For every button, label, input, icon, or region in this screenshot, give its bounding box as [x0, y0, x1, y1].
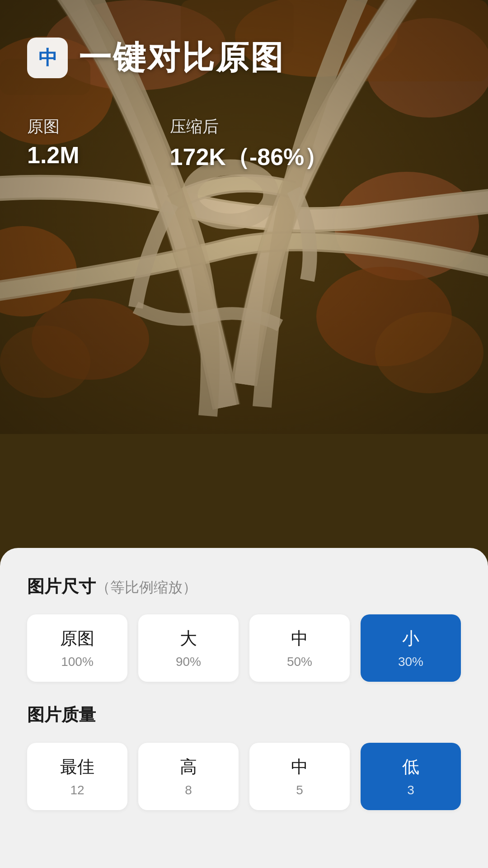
size-opt-value: 100% — [61, 655, 94, 669]
quality-option-高[interactable]: 高8 — [138, 743, 239, 810]
size-options-grid: 原图100%大90%中50%小30% — [27, 614, 461, 682]
original-value: 1.2M — [27, 142, 80, 169]
quality-opt-value: 3 — [407, 783, 414, 797]
quality-opt-value: 12 — [70, 783, 84, 797]
size-opt-label: 小 — [402, 627, 419, 650]
quality-opt-label: 低 — [402, 755, 419, 778]
bottom-panel: 图片尺寸（等比例缩放） 原图100%大90%中50%小30% 图片质量 最佳12… — [0, 548, 488, 868]
size-opt-label: 中 — [291, 627, 308, 650]
size-option-大[interactable]: 大90% — [138, 614, 239, 682]
size-option-中[interactable]: 中50% — [249, 614, 350, 682]
original-label: 原图 — [27, 116, 80, 138]
size-opt-label: 原图 — [60, 627, 94, 650]
app-icon-text: 中 — [38, 45, 56, 71]
app-icon: 中 — [27, 38, 68, 78]
quality-opt-label: 最佳 — [60, 755, 94, 778]
quality-option-最佳[interactable]: 最佳12 — [27, 743, 127, 810]
quality-option-中[interactable]: 中5 — [249, 743, 350, 810]
quality-option-低[interactable]: 低3 — [361, 743, 461, 810]
size-option-原图[interactable]: 原图100% — [27, 614, 127, 682]
quality-section-header: 图片质量 — [27, 703, 461, 726]
size-opt-value: 90% — [176, 655, 201, 669]
size-section-subtitle: （等比例缩放） — [96, 579, 197, 595]
compressed-stat: 压缩后 172K（-86%） — [170, 116, 328, 173]
size-section-title: 图片尺寸（等比例缩放） — [27, 577, 197, 596]
app-header: 中 一键对比原图 — [27, 36, 461, 80]
quality-section-title: 图片质量 — [27, 705, 96, 724]
compressed-value: 172K（-86%） — [170, 142, 328, 173]
quality-options-grid: 最佳12高8中5低3 — [27, 743, 461, 810]
quality-opt-value: 5 — [296, 783, 303, 797]
stats-row: 原图 1.2M 压缩后 172K（-86%） — [27, 116, 461, 173]
original-stat: 原图 1.2M — [27, 116, 80, 173]
app-title: 一键对比原图 — [79, 36, 285, 80]
quality-opt-label: 高 — [180, 755, 197, 778]
size-opt-value: 30% — [398, 655, 423, 669]
size-opt-label: 大 — [180, 627, 197, 650]
size-section-header: 图片尺寸（等比例缩放） — [27, 575, 461, 598]
quality-opt-label: 中 — [291, 755, 308, 778]
compressed-label: 压缩后 — [170, 116, 328, 138]
size-opt-value: 50% — [287, 655, 312, 669]
size-option-小[interactable]: 小30% — [361, 614, 461, 682]
top-overlay: 中 一键对比原图 原图 1.2M 压缩后 172K（-86%） — [0, 0, 488, 173]
quality-opt-value: 8 — [185, 783, 192, 797]
